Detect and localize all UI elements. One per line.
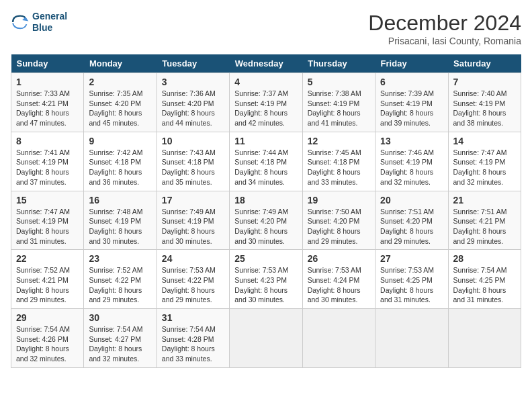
calendar-cell: 26Sunrise: 7:53 AM Sunset: 4:24 PM Dayli… [302,250,375,309]
calendar-week-row: 29Sunrise: 7:54 AM Sunset: 4:26 PM Dayli… [11,309,521,368]
calendar-cell: 4Sunrise: 7:37 AM Sunset: 4:19 PM Daylig… [230,73,302,132]
calendar-cell: 6Sunrise: 7:39 AM Sunset: 4:19 PM Daylig… [375,73,448,132]
day-number: 8 [16,136,79,146]
day-info: Sunrise: 7:54 AM Sunset: 4:27 PM Dayligh… [89,324,151,364]
day-number: 9 [89,136,151,146]
weekday-wednesday: Wednesday [230,54,302,73]
day-info: Sunrise: 7:53 AM Sunset: 4:23 PM Dayligh… [234,265,297,305]
calendar-cell: 11Sunrise: 7:44 AM Sunset: 4:18 PM Dayli… [230,132,302,191]
day-number: 14 [453,136,516,146]
day-number: 29 [16,312,79,323]
calendar-cell: 24Sunrise: 7:53 AM Sunset: 4:22 PM Dayli… [157,250,229,309]
day-info: Sunrise: 7:38 AM Sunset: 4:19 PM Dayligh… [308,89,370,128]
day-info: Sunrise: 7:47 AM Sunset: 4:19 PM Dayligh… [453,148,516,187]
day-number: 12 [308,136,370,146]
calendar-week-row: 1Sunrise: 7:33 AM Sunset: 4:21 PM Daylig… [11,73,521,132]
day-number: 3 [162,77,224,87]
calendar-cell: 2Sunrise: 7:35 AM Sunset: 4:20 PM Daylig… [84,73,157,132]
calendar-cell: 12Sunrise: 7:45 AM Sunset: 4:18 PM Dayli… [302,132,375,191]
logo-line1: General [32,11,67,21]
calendar-cell: 16Sunrise: 7:48 AM Sunset: 4:19 PM Dayli… [84,191,157,250]
day-info: Sunrise: 7:47 AM Sunset: 4:19 PM Dayligh… [16,207,79,246]
weekday-sunday: Sunday [11,54,84,73]
calendar-cell: 8Sunrise: 7:41 AM Sunset: 4:19 PM Daylig… [11,132,84,191]
day-info: Sunrise: 7:49 AM Sunset: 4:19 PM Dayligh… [162,207,224,246]
location: Prisacani, Iasi County, Romania [368,36,521,46]
day-number: 6 [380,77,443,87]
calendar-cell: 22Sunrise: 7:52 AM Sunset: 4:21 PM Dayli… [11,250,84,309]
calendar-cell: 14Sunrise: 7:47 AM Sunset: 4:19 PM Dayli… [448,132,521,191]
calendar-cell: 31Sunrise: 7:54 AM Sunset: 4:28 PM Dayli… [157,309,229,368]
calendar-cell: 1Sunrise: 7:33 AM Sunset: 4:21 PM Daylig… [11,73,84,132]
calendar-cell: 13Sunrise: 7:46 AM Sunset: 4:19 PM Dayli… [375,132,448,191]
day-number: 16 [89,195,151,205]
calendar-cell: 9Sunrise: 7:42 AM Sunset: 4:18 PM Daylig… [84,132,157,191]
day-info: Sunrise: 7:44 AM Sunset: 4:18 PM Dayligh… [234,148,297,187]
day-info: Sunrise: 7:53 AM Sunset: 4:22 PM Dayligh… [162,265,224,305]
day-number: 2 [89,77,151,87]
logo: General Blue [11,11,67,34]
calendar-week-row: 15Sunrise: 7:47 AM Sunset: 4:19 PM Dayli… [11,191,521,250]
day-number: 22 [16,253,79,264]
logo-icon [11,13,30,32]
weekday-saturday: Saturday [448,54,521,73]
day-number: 21 [453,195,516,205]
day-number: 11 [234,136,297,146]
day-info: Sunrise: 7:54 AM Sunset: 4:28 PM Dayligh… [162,324,224,364]
day-number: 17 [162,195,224,205]
calendar-table: SundayMondayTuesdayWednesdayThursdayFrid… [11,54,521,368]
day-info: Sunrise: 7:53 AM Sunset: 4:24 PM Dayligh… [308,265,370,305]
day-number: 20 [380,195,443,205]
calendar-cell: 19Sunrise: 7:50 AM Sunset: 4:20 PM Dayli… [302,191,375,250]
calendar-week-row: 8Sunrise: 7:41 AM Sunset: 4:19 PM Daylig… [11,132,521,191]
weekday-thursday: Thursday [302,54,375,73]
logo-text: General Blue [32,11,67,34]
calendar-cell: 25Sunrise: 7:53 AM Sunset: 4:23 PM Dayli… [230,250,302,309]
day-info: Sunrise: 7:52 AM Sunset: 4:22 PM Dayligh… [89,265,151,305]
calendar-cell: 17Sunrise: 7:49 AM Sunset: 4:19 PM Dayli… [157,191,229,250]
day-info: Sunrise: 7:43 AM Sunset: 4:18 PM Dayligh… [162,148,224,187]
day-info: Sunrise: 7:50 AM Sunset: 4:20 PM Dayligh… [308,207,370,246]
day-number: 4 [234,77,297,87]
calendar-cell: 23Sunrise: 7:52 AM Sunset: 4:22 PM Dayli… [84,250,157,309]
day-info: Sunrise: 7:54 AM Sunset: 4:26 PM Dayligh… [16,324,79,364]
day-number: 26 [308,253,370,264]
day-info: Sunrise: 7:45 AM Sunset: 4:18 PM Dayligh… [308,148,370,187]
day-info: Sunrise: 7:35 AM Sunset: 4:20 PM Dayligh… [89,89,151,128]
month-title: December 2024 [368,11,521,36]
calendar-cell [302,309,375,368]
weekday-monday: Monday [84,54,157,73]
calendar-cell: 3Sunrise: 7:36 AM Sunset: 4:20 PM Daylig… [157,73,229,132]
calendar-cell: 21Sunrise: 7:51 AM Sunset: 4:21 PM Dayli… [448,191,521,250]
logo-line2: Blue [32,22,52,33]
day-info: Sunrise: 7:37 AM Sunset: 4:19 PM Dayligh… [234,89,297,128]
day-info: Sunrise: 7:52 AM Sunset: 4:21 PM Dayligh… [16,265,79,305]
calendar-cell: 29Sunrise: 7:54 AM Sunset: 4:26 PM Dayli… [11,309,84,368]
calendar-cell [448,309,521,368]
day-number: 28 [453,253,516,264]
calendar-cell: 28Sunrise: 7:54 AM Sunset: 4:25 PM Dayli… [448,250,521,309]
day-number: 19 [308,195,370,205]
day-number: 5 [308,77,370,87]
day-info: Sunrise: 7:49 AM Sunset: 4:20 PM Dayligh… [234,207,297,246]
day-number: 23 [89,253,151,264]
day-number: 31 [162,312,224,323]
calendar-cell: 27Sunrise: 7:53 AM Sunset: 4:25 PM Dayli… [375,250,448,309]
day-info: Sunrise: 7:42 AM Sunset: 4:18 PM Dayligh… [89,148,151,187]
day-info: Sunrise: 7:33 AM Sunset: 4:21 PM Dayligh… [16,89,79,128]
calendar-cell: 18Sunrise: 7:49 AM Sunset: 4:20 PM Dayli… [230,191,302,250]
day-number: 30 [89,312,151,323]
day-number: 13 [380,136,443,146]
day-number: 1 [16,77,79,87]
calendar-cell [375,309,448,368]
weekday-header-row: SundayMondayTuesdayWednesdayThursdayFrid… [11,54,521,73]
calendar-week-row: 22Sunrise: 7:52 AM Sunset: 4:21 PM Dayli… [11,250,521,309]
day-number: 24 [162,253,224,264]
weekday-tuesday: Tuesday [157,54,229,73]
page-header: General Blue December 2024 Prisacani, Ia… [11,11,521,46]
day-info: Sunrise: 7:48 AM Sunset: 4:19 PM Dayligh… [89,207,151,246]
day-info: Sunrise: 7:51 AM Sunset: 4:21 PM Dayligh… [453,207,516,246]
calendar-cell: 5Sunrise: 7:38 AM Sunset: 4:19 PM Daylig… [302,73,375,132]
day-number: 10 [162,136,224,146]
calendar-cell: 15Sunrise: 7:47 AM Sunset: 4:19 PM Dayli… [11,191,84,250]
